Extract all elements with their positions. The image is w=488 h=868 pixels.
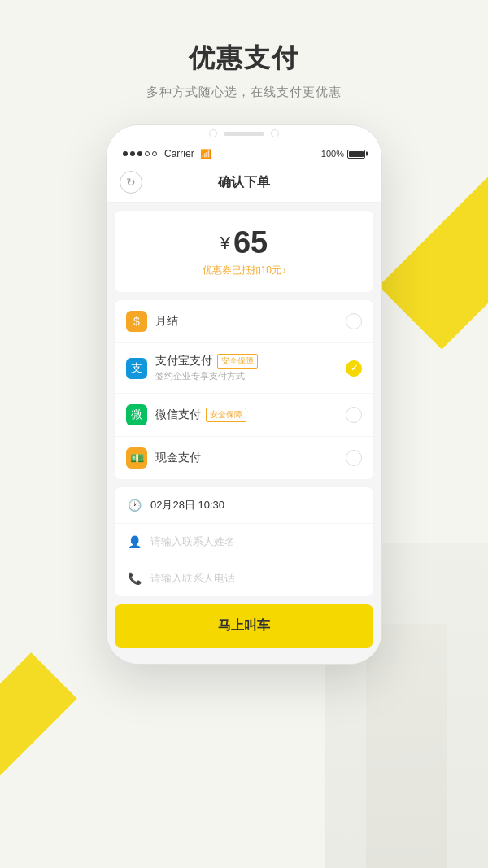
person-icon: 👤 — [126, 535, 142, 548]
monthly-name: 月结 — [155, 314, 338, 329]
battery-fill — [349, 151, 364, 157]
wechat-info: 微信支付 安全保障 — [155, 408, 338, 422]
wechat-label: 微信支付 — [155, 408, 201, 422]
info-row-time[interactable]: 🕐 02月28日 10:30 — [115, 487, 373, 524]
submit-label: 马上叫车 — [218, 618, 270, 632]
signal-1 — [123, 151, 128, 156]
price-currency: ¥ — [220, 233, 230, 254]
price-card: ¥ 65 优惠券已抵扣10元 › — [115, 211, 373, 292]
status-left: Carrier 📶 — [123, 148, 211, 159]
wifi-icon: 📶 — [200, 149, 211, 159]
discount-arrow-icon: › — [283, 266, 285, 275]
monthly-radio[interactable] — [346, 313, 362, 329]
page-title: 优惠支付 — [189, 41, 299, 76]
alipay-icon: 支 — [126, 358, 147, 379]
payment-option-wechat[interactable]: 微 微信支付 安全保障 — [115, 394, 373, 437]
monthly-icon-symbol: $ — [133, 315, 140, 328]
time-icon: 🕐 — [126, 499, 142, 512]
alipay-info: 支付宝支付 安全保障 签约企业专享支付方式 — [155, 354, 338, 382]
info-row-contact-phone[interactable]: 📞 请输入联系人电话 — [115, 560, 373, 596]
battery-percent: 100% — [321, 149, 344, 159]
payment-option-monthly[interactable]: $ 月结 — [115, 300, 373, 343]
monthly-icon: $ — [126, 311, 147, 332]
info-row-contact-name[interactable]: 👤 请输入联系人姓名 — [115, 524, 373, 560]
cash-radio[interactable] — [346, 450, 362, 466]
monthly-info: 月结 — [155, 314, 338, 329]
signal-4 — [145, 151, 150, 156]
phone-icon: 📞 — [126, 572, 142, 585]
alipay-label: 支付宝支付 — [155, 354, 212, 369]
payment-option-alipay[interactable]: 支 支付宝支付 安全保障 签约企业专享支付方式 — [115, 343, 373, 394]
alipay-security-badge: 安全保障 — [217, 354, 258, 369]
price-discount[interactable]: 优惠券已抵扣10元 › — [129, 264, 359, 277]
back-button[interactable]: ↻ — [120, 171, 142, 194]
alipay-name: 支付宝支付 安全保障 — [155, 354, 338, 369]
wechat-security-badge: 安全保障 — [206, 408, 246, 422]
price-value: 65 — [233, 225, 268, 260]
phone-top-bar — [107, 125, 381, 142]
info-card: 🕐 02月28日 10:30 👤 请输入联系人姓名 📞 请输入联系人电话 — [115, 487, 373, 596]
contact-phone-placeholder: 请输入联系人电话 — [150, 571, 235, 586]
price-amount: ¥ 65 — [129, 225, 359, 260]
page-subtitle: 多种方式随心选，在线支付更优惠 — [146, 85, 342, 100]
cash-info: 现金支付 — [155, 451, 338, 465]
wechat-icon-symbol: 微 — [131, 408, 142, 422]
front-camera — [209, 129, 217, 137]
phone-body: ¥ 65 优惠券已抵扣10元 › $ 月结 — [107, 203, 381, 664]
payment-options-card: $ 月结 支 支付宝支付 — [115, 300, 373, 479]
wechat-name: 微信支付 安全保障 — [155, 408, 338, 422]
signal-2 — [130, 151, 135, 156]
time-value: 02月28日 10:30 — [150, 498, 224, 513]
deco-stripe-bottom — [0, 652, 77, 791]
signal-5 — [152, 151, 157, 156]
wechat-icon: 微 — [126, 404, 147, 425]
nav-bar: ↻ 确认下单 — [107, 163, 381, 203]
cash-name: 现金支付 — [155, 451, 338, 465]
wechat-radio[interactable] — [346, 407, 362, 423]
price-discount-text: 优惠券已抵扣10元 — [203, 264, 281, 277]
back-arrow-icon: ↻ — [126, 176, 136, 189]
front-camera-2 — [271, 129, 279, 137]
alipay-radio[interactable] — [346, 360, 362, 377]
status-bar: Carrier 📶 100% — [107, 142, 381, 163]
signal-3 — [137, 151, 142, 156]
carrier-label: Carrier — [164, 148, 194, 159]
phone-mockup: Carrier 📶 100% ↻ 确认下单 ¥ — [106, 124, 382, 665]
monthly-label: 月结 — [155, 314, 178, 329]
alipay-icon-symbol: 支 — [131, 361, 142, 376]
contact-name-placeholder: 请输入联系人姓名 — [150, 534, 235, 549]
battery-icon — [347, 150, 365, 159]
page-content: 优惠支付 多种方式随心选，在线支付更优惠 Carrier 📶 100% — [0, 0, 488, 665]
submit-button[interactable]: 马上叫车 — [115, 604, 373, 648]
cash-icon-symbol: 💵 — [130, 451, 144, 465]
payment-option-cash[interactable]: 💵 现金支付 — [115, 437, 373, 479]
cash-icon: 💵 — [126, 447, 147, 469]
status-right: 100% — [321, 149, 365, 159]
cash-label: 现金支付 — [155, 451, 201, 465]
phone-speaker — [224, 132, 264, 136]
nav-title: 确认下单 — [142, 174, 346, 191]
alipay-sub: 签约企业专享支付方式 — [155, 370, 338, 382]
